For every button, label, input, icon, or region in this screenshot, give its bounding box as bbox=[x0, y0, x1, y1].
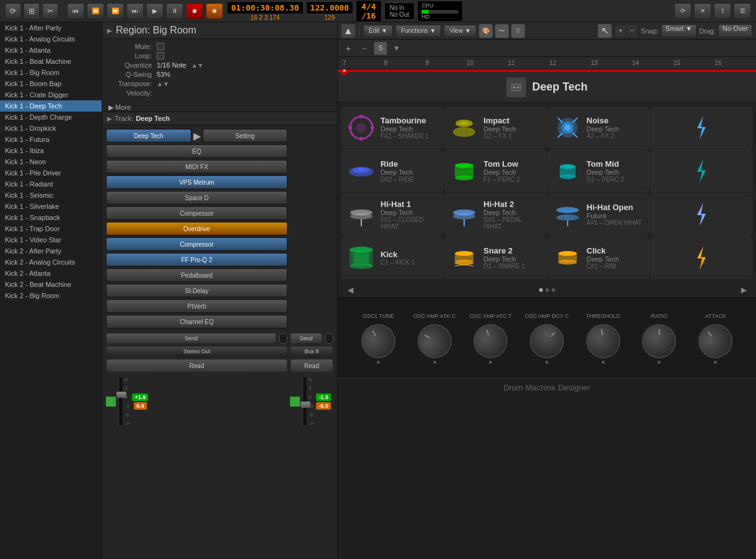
synth-knob[interactable] bbox=[642, 324, 676, 358]
alt-record-btn[interactable]: ⏺ bbox=[206, 3, 223, 19]
pedalboard-btn[interactable]: Pedalboard bbox=[106, 268, 288, 282]
drum-lightning-cell[interactable] bbox=[651, 150, 752, 192]
drum-instrument-cell[interactable]: Click Deep Tech C#1 – RIM bbox=[548, 237, 649, 279]
edit-btn[interactable]: Edit ▼ bbox=[363, 25, 393, 37]
color-btn[interactable]: 🎨 bbox=[479, 24, 493, 38]
send-btn2[interactable]: Send bbox=[290, 333, 322, 344]
sidebar-item[interactable]: Kick 1 - Beat Machine bbox=[0, 56, 102, 67]
mixer-icon[interactable]: ⊞ bbox=[24, 3, 40, 19]
synth-knob[interactable] bbox=[523, 317, 571, 365]
sidebar-item[interactable]: Kick 1 - Snapback bbox=[0, 212, 102, 223]
channel-route-btn[interactable]: ▶ bbox=[194, 129, 200, 143]
fader-thumb-left[interactable] bbox=[116, 392, 126, 398]
track-collapse-icon[interactable]: ▶ bbox=[107, 115, 112, 122]
view-btn[interactable]: View ▼ bbox=[444, 25, 476, 37]
mute-checkbox[interactable] bbox=[157, 43, 164, 50]
filter-btn[interactable]: ▽ bbox=[511, 24, 525, 38]
sidebar-item[interactable]: Kick 2 - After Party bbox=[0, 245, 102, 257]
play-btn[interactable]: ▶ bbox=[146, 3, 164, 19]
drum-instrument-cell[interactable]: Hi-Hat Open Futura A#1 – OPEN HIHAT bbox=[548, 193, 649, 235]
synth-knob[interactable] bbox=[355, 318, 402, 364]
sidebar-item[interactable]: Kick 1 - Radiant bbox=[0, 178, 102, 190]
compressor1-btn[interactable]: Compressor bbox=[106, 206, 288, 220]
drum-instrument-cell[interactable]: Snare 2 Deep Tech D1 – SNARE 1 bbox=[444, 237, 546, 279]
synth-knob[interactable] bbox=[692, 317, 739, 365]
sidebar-item[interactable]: Kick 1 - After Party bbox=[0, 22, 102, 33]
waveform-btn[interactable]: 〜 bbox=[495, 24, 509, 38]
bus8-select[interactable]: Bus 8 bbox=[290, 346, 333, 357]
sidebar-item[interactable]: Kick 1 - Crate Digger bbox=[0, 89, 102, 100]
add-track-btn[interactable]: + bbox=[341, 42, 355, 55]
sidebar-item[interactable]: Kick 1 - Silverlake bbox=[0, 201, 102, 212]
sidebar-item[interactable]: Kick 1 - Video Star bbox=[0, 234, 102, 245]
sidebar-item[interactable]: Kick 1 - Futura bbox=[0, 134, 102, 145]
region-collapse-icon[interactable]: ▶ bbox=[107, 27, 112, 34]
sidebar-item[interactable]: Kick 2 - Beat Machine bbox=[0, 279, 102, 290]
spaced-btn[interactable]: Space D bbox=[106, 191, 288, 205]
setting-btn[interactable]: Setting bbox=[203, 129, 288, 143]
drum-lightning-cell[interactable] bbox=[651, 107, 752, 149]
drag-select[interactable]: No Over bbox=[718, 24, 752, 38]
rewind-btn[interactable]: ⏮ bbox=[67, 3, 84, 19]
more-btn[interactable]: ▶ More bbox=[108, 103, 337, 112]
compressor2-btn[interactable]: Compressor bbox=[106, 237, 288, 251]
sidebar-item[interactable]: Kick 1 - Depth Charge bbox=[0, 112, 102, 123]
sidebar-item[interactable]: Kick 1 - Seismic bbox=[0, 190, 102, 201]
send-btn1[interactable]: Send bbox=[106, 333, 276, 344]
close-btn[interactable]: ✕ bbox=[694, 3, 711, 19]
pause-btn[interactable]: ⏸ bbox=[166, 3, 183, 19]
sidebar-item[interactable]: Kick 1 - Analog Circuits bbox=[0, 33, 102, 45]
stdelay-btn[interactable]: St-Delay bbox=[106, 284, 288, 297]
drum-instrument-cell[interactable]: Noise Deep Tech A2 – FX 2 bbox=[548, 107, 649, 149]
send-knob2[interactable] bbox=[325, 333, 333, 344]
fader-thumb-right[interactable] bbox=[301, 402, 310, 408]
snap-select[interactable]: Smart ▼ bbox=[661, 24, 697, 38]
drum-instrument-cell[interactable]: Tom Mid Deep Tech G1 – PERC 2 bbox=[548, 150, 649, 192]
sidebar-item[interactable]: Kick 1 - Atlanta bbox=[0, 45, 102, 56]
sidebar-item[interactable]: Kick 1 - Boom Bap bbox=[0, 78, 102, 89]
sidebar-item[interactable]: Kick 1 - Trap Door bbox=[0, 223, 102, 234]
vps-btn[interactable]: VPS Metrum bbox=[106, 175, 288, 189]
dot2[interactable] bbox=[545, 288, 549, 292]
sidebar-item[interactable]: Kick 1 - Ibiza bbox=[0, 145, 102, 156]
read-btn2[interactable]: Read bbox=[290, 359, 333, 372]
sync-btn[interactable]: ⟳ bbox=[674, 3, 692, 19]
sidebar-item[interactable]: Kick 1 - Neon bbox=[0, 156, 102, 167]
record-btn[interactable]: ⏺ bbox=[186, 3, 203, 19]
drum-instrument-cell[interactable]: Tambourine Deep Tech F#2 – SHAKER 1 bbox=[341, 107, 443, 149]
synth-knob[interactable] bbox=[583, 322, 623, 361]
synth-knob[interactable] bbox=[469, 319, 512, 363]
sidebar-item[interactable]: Kick 2 - Analog Circuits bbox=[0, 257, 102, 268]
deep-tech-btn[interactable]: Deep Tech bbox=[106, 129, 191, 143]
drum-next-btn[interactable]: ▶ bbox=[737, 284, 750, 296]
stereoout-select[interactable]: Stereo Out bbox=[106, 346, 288, 357]
loop-icon[interactable]: ⟳ bbox=[5, 3, 21, 19]
minus-tool-btn[interactable]: − bbox=[626, 25, 638, 37]
loop-checkbox[interactable] bbox=[157, 52, 164, 59]
sidebar-item[interactable]: Kick 1 - Big Room bbox=[0, 67, 102, 78]
drum-instrument-cell[interactable]: Kick C1 – KICK 1 bbox=[341, 237, 443, 279]
channeleq-btn[interactable]: Channel EQ bbox=[106, 315, 288, 328]
midifx-btn[interactable]: MIDI FX bbox=[106, 160, 288, 174]
read-btn1[interactable]: Read bbox=[106, 359, 288, 372]
plus-tool-btn[interactable]: + bbox=[615, 25, 626, 37]
share-btn[interactable]: ⇧ bbox=[714, 3, 731, 19]
send-knob1[interactable] bbox=[279, 333, 288, 344]
functions-btn[interactable]: Functions ▼ bbox=[395, 25, 441, 37]
s-btn[interactable]: S bbox=[374, 42, 387, 55]
synth-knob[interactable] bbox=[411, 318, 458, 364]
sidebar-item[interactable]: Kick 2 - Big Room bbox=[0, 290, 102, 301]
drum-instrument-cell[interactable]: Hi-Hat 1 Deep Tech F#1 – CLOSED HIHAT bbox=[341, 193, 443, 235]
drum-instrument-cell[interactable]: Hi-Hat 2 Deep Tech G#1 – PEDAL HIHAT bbox=[444, 193, 546, 235]
dot1[interactable] bbox=[539, 288, 543, 292]
config-btn[interactable]: ☰ bbox=[734, 3, 751, 19]
back-btn[interactable]: ⏪ bbox=[87, 3, 104, 19]
drum-instrument-cell[interactable]: Tom Low Deep Tech F1 – PERC 1 bbox=[444, 150, 546, 192]
drum-lightning-cell[interactable] bbox=[651, 237, 752, 279]
forward-btn[interactable]: ⏩ bbox=[107, 3, 124, 19]
sidebar-item[interactable]: Kick 2 - Atlanta bbox=[0, 268, 102, 279]
scissor-icon[interactable]: ✂ bbox=[42, 3, 58, 19]
to-start-btn[interactable]: ⏭ bbox=[126, 3, 144, 19]
sidebar-item[interactable]: Kick 1 - Dropkick bbox=[0, 123, 102, 134]
down-arrow-btn[interactable]: ▼ bbox=[390, 42, 403, 55]
